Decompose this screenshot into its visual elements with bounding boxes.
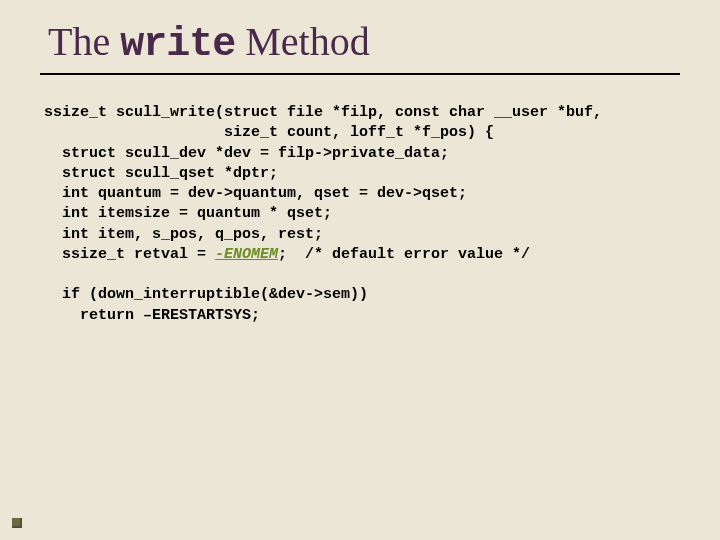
- code-line: int itemsize = quantum * qset;: [44, 205, 332, 222]
- title-suffix: Method: [235, 19, 369, 64]
- code-line: struct scull_dev *dev = filp->private_da…: [44, 145, 449, 162]
- slide: The write Method ssize_t scull_write(str…: [0, 0, 720, 540]
- code-line: int quantum = dev->quantum, qset = dev->…: [44, 185, 467, 202]
- code-line: ssize_t retval =: [44, 246, 215, 263]
- footer-bullet-icon: [12, 518, 22, 528]
- code-line: if (down_interruptible(&dev->sem)): [44, 286, 368, 303]
- slide-title: The write Method: [48, 20, 680, 67]
- code-line: ; /* default error value */: [278, 246, 530, 263]
- code-block: ssize_t scull_write(struct file *filp, c…: [40, 103, 680, 326]
- code-highlight: -ENOMEM: [215, 246, 278, 263]
- title-mono: write: [120, 22, 235, 67]
- code-line: struct scull_qset *dptr;: [44, 165, 278, 182]
- title-prefix: The: [48, 19, 120, 64]
- title-block: The write Method: [40, 20, 680, 75]
- code-line: size_t count, loff_t *f_pos) {: [44, 124, 494, 141]
- code-line: ssize_t scull_write(struct file *filp, c…: [44, 104, 602, 121]
- code-line: int item, s_pos, q_pos, rest;: [44, 226, 323, 243]
- code-line: return –ERESTARTSYS;: [44, 307, 260, 324]
